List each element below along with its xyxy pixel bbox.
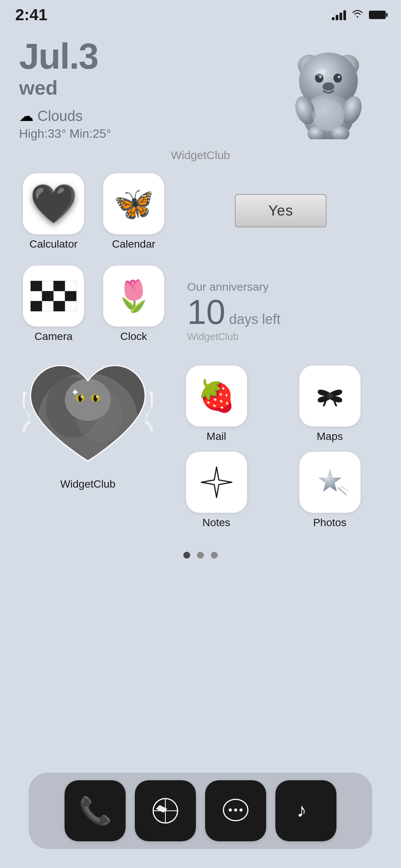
messages-dock-icon[interactable]: [205, 780, 266, 841]
calculator-icon[interactable]: 🖤: [23, 173, 84, 234]
anniversary-source: WidgetClub: [187, 331, 382, 343]
shooting-star-icon: [311, 463, 349, 501]
app-row-1: 🖤 Calculator 🦋 Calendar Yes: [0, 166, 401, 262]
widget-club-date-label: WidgetClub: [0, 149, 401, 166]
weather-row: ☁ Clouds: [19, 108, 275, 124]
weather-label: Clouds: [37, 108, 82, 124]
status-icons: [332, 9, 386, 21]
app-row-3: ✦ WidgetClub: [0, 354, 401, 529]
maps-icon[interactable]: [299, 366, 361, 427]
anniversary-title: Our anniversary: [187, 280, 382, 293]
photos-app-item[interactable]: Photos: [278, 452, 382, 529]
cat-widget-section: ✦ WidgetClub: [19, 358, 157, 490]
weather-temp: High:33° Min:25°: [19, 127, 275, 141]
wifi-icon: [351, 9, 364, 21]
music-icon-bg: ♪: [275, 780, 336, 841]
yes-widget: Yes: [179, 194, 382, 246]
ribbon-icon: [311, 377, 349, 415]
gummy-bear-icon: [286, 44, 370, 139]
tulip-icon: 🌷: [115, 278, 153, 314]
phone-icon: 📞: [79, 795, 112, 826]
clock-label: Clock: [120, 330, 147, 343]
svg-point-11: [333, 74, 342, 83]
calculator-label: Calculator: [29, 238, 78, 250]
svg-point-15: [312, 101, 344, 131]
maps-app-item[interactable]: Maps: [278, 366, 382, 443]
cat-heart-svg: ✦: [23, 358, 153, 472]
strawberry-icon: 🍓: [197, 378, 236, 414]
svg-point-20: [65, 379, 111, 421]
app-row-2: Camera 🌷 Clock Our anniversary 10 days l…: [0, 262, 401, 354]
clock-app-item[interactable]: 🌷 Clock: [99, 266, 168, 343]
svg-text:✦: ✦: [71, 386, 79, 398]
dock-phone-item[interactable]: 📞: [65, 780, 126, 841]
dock-safari-item[interactable]: [135, 780, 196, 841]
anniversary-count: 10 days left: [187, 295, 382, 329]
maps-label: Maps: [317, 430, 343, 443]
page-dots: [0, 552, 401, 559]
camera-icon[interactable]: [23, 266, 84, 327]
page-dot-1[interactable]: [183, 552, 190, 559]
mail-app-item[interactable]: 🍓 Mail: [164, 366, 268, 443]
checkerboard-pattern: [31, 281, 76, 311]
dock: 📞: [29, 773, 372, 849]
dock-messages-item[interactable]: [205, 780, 266, 841]
svg-point-13: [338, 76, 340, 78]
signal-icon: [332, 10, 346, 20]
date-main: Jul.3: [19, 38, 275, 74]
mail-label: Mail: [207, 430, 226, 443]
svg-point-35: [239, 808, 243, 812]
music-dock-icon[interactable]: ♪: [275, 780, 336, 841]
music-icon: ♪: [291, 796, 321, 826]
date-info: Jul.3 wed ☁ Clouds High:33° Min:25°: [19, 38, 275, 141]
date-day: wed: [19, 76, 275, 99]
safari-icon-bg: [135, 780, 196, 841]
calendar-app-item[interactable]: 🦋 Calendar: [99, 173, 168, 250]
calculator-app-item[interactable]: 🖤 Calculator: [19, 173, 88, 250]
clock-icon[interactable]: 🌷: [103, 266, 164, 327]
svg-point-26: [96, 396, 98, 398]
anniversary-widget: Our anniversary 10 days left WidgetClub: [179, 280, 382, 343]
svg-point-33: [229, 808, 232, 812]
camera-label: Camera: [34, 330, 73, 343]
svg-point-28: [327, 393, 333, 399]
anniversary-days-label: days left: [229, 311, 280, 327]
calendar-icon[interactable]: 🦋: [103, 173, 164, 234]
battery-icon: [369, 11, 386, 19]
cat-widget-label: WidgetClub: [60, 478, 116, 490]
sparkle-notes-icon: [197, 463, 236, 501]
phone-dock-icon[interactable]: 📞: [65, 780, 126, 841]
photos-label: Photos: [313, 517, 346, 529]
svg-text:♪: ♪: [297, 799, 307, 821]
date-widget: Jul.3 wed ☁ Clouds High:33° Min:25°: [0, 27, 401, 145]
svg-point-34: [234, 808, 237, 812]
mail-icon[interactable]: 🍓: [186, 366, 247, 427]
apps-2x2-grid: 🍓 Mail Maps: [164, 358, 382, 529]
safari-dock-icon[interactable]: [135, 780, 196, 841]
camera-app-item[interactable]: Camera: [19, 266, 88, 343]
yes-button[interactable]: Yes: [235, 194, 327, 227]
notes-icon[interactable]: [186, 452, 247, 513]
photos-icon[interactable]: [299, 452, 361, 513]
status-time: 2:41: [15, 6, 47, 24]
messages-icon: [220, 796, 251, 826]
phone-icon-bg: 📞: [65, 780, 126, 841]
page-dot-3[interactable]: [211, 552, 218, 559]
cloud-icon: ☁: [19, 108, 34, 124]
anniversary-number: 10: [187, 295, 225, 329]
dock-music-item[interactable]: ♪: [275, 780, 336, 841]
svg-point-25: [81, 396, 83, 398]
bear-widget: [275, 38, 382, 145]
notes-app-item[interactable]: Notes: [164, 452, 268, 529]
svg-point-14: [323, 82, 335, 91]
safari-icon: [150, 796, 181, 826]
messages-icon-bg: [205, 780, 266, 841]
page-dot-2[interactable]: [197, 552, 204, 559]
cat-widget: ✦: [23, 358, 153, 472]
notes-label: Notes: [202, 517, 230, 529]
status-bar: 2:41: [0, 0, 401, 27]
calendar-label: Calendar: [112, 238, 155, 250]
